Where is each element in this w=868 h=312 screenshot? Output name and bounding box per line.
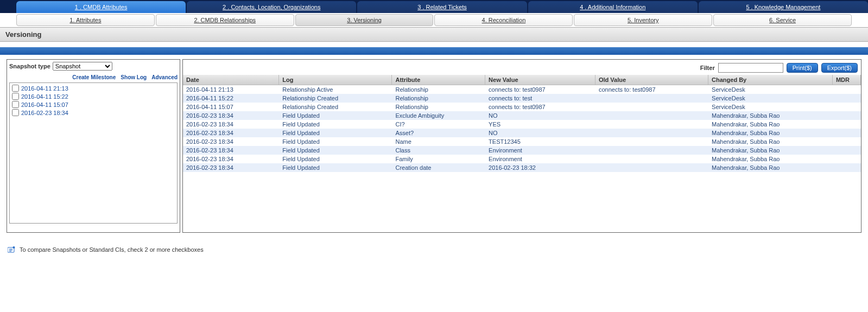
snapshot-checkbox[interactable] [12, 101, 19, 108]
cell-changed_by: Mahendrakar, Subba Rao [708, 146, 833, 155]
snapshot-panel: Snapshot type Snapshot Create Milestone … [7, 59, 180, 233]
snapshot-item-label: 2016-04-11 21:13 [21, 85, 68, 92]
log-table-header: Date Log Attribute New Value Old Value C… [183, 75, 861, 85]
cell-date: 2016-04-11 15:07 [183, 103, 279, 111]
cell-new_value: TEST12345 [485, 137, 595, 146]
cell-new_value: NO [485, 111, 595, 120]
col-header-mdr[interactable]: MDR [832, 75, 860, 85]
col-header-old-value[interactable]: Old Value [595, 75, 708, 85]
col-header-attribute[interactable]: Attribute [392, 75, 485, 85]
export-button[interactable]: Export($) [821, 63, 858, 73]
primary-tab-4[interactable]: 5 . Knowledge Management [699, 1, 868, 13]
col-header-date[interactable]: Date [183, 75, 279, 85]
cell-log: Relationship Active [279, 85, 392, 94]
cell-new_value: 2016-02-23 18:32 [485, 163, 595, 172]
cell-changed_by: ServiceDesk [708, 103, 833, 111]
advanced-link[interactable]: Advanced [151, 74, 178, 80]
section-divider [0, 47, 868, 55]
cell-attribute: Exclude Ambiguity [392, 111, 485, 120]
cell-old_value [595, 137, 708, 146]
cell-log: Relationship Created [279, 94, 392, 103]
cell-date: 2016-02-23 18:34 [183, 129, 279, 137]
snapshot-type-select[interactable]: Snapshot [53, 62, 112, 71]
cell-new_value: connects to: test0987 [485, 103, 595, 111]
primary-tab-1[interactable]: 2 . Contacts, Location, Organizations [187, 1, 356, 13]
cell-mdr [832, 111, 860, 120]
cell-mdr [832, 85, 860, 94]
cell-changed_by: Mahendrakar, Subba Rao [708, 129, 833, 137]
cell-new_value: Environment [485, 146, 595, 155]
hint-row: To compare Snapshots or Standard CIs, ch… [0, 236, 868, 259]
cell-old_value [595, 146, 708, 155]
table-row[interactable]: 2016-02-23 18:34Field UpdatedClassEnviro… [183, 146, 861, 155]
secondary-tabs: 1. Attributes2. CMDB Relationships3. Ver… [0, 13, 868, 28]
cell-old_value [595, 111, 708, 120]
primary-tab-2[interactable]: 3 . Related Tickets [357, 1, 527, 13]
col-header-log[interactable]: Log [279, 75, 392, 85]
secondary-tab-4[interactable]: 5. Inventory [574, 14, 712, 26]
table-row[interactable]: 2016-04-11 21:13Relationship ActiveRelat… [183, 85, 861, 94]
create-milestone-link[interactable]: Create Milestone [72, 74, 116, 80]
cell-attribute: Class [392, 146, 485, 155]
cell-changed_by: Mahendrakar, Subba Rao [708, 163, 833, 172]
log-table: Date Log Attribute New Value Old Value C… [183, 75, 861, 172]
secondary-tab-2[interactable]: 3. Versioning [295, 14, 434, 26]
cell-mdr [832, 129, 860, 137]
cell-attribute: Relationship [392, 85, 485, 94]
filter-label: Filter [700, 65, 715, 71]
table-row[interactable]: 2016-04-11 15:22Relationship CreatedRela… [183, 94, 861, 103]
cell-log: Field Updated [279, 120, 392, 129]
table-row[interactable]: 2016-02-23 18:34Field UpdatedNameTEST123… [183, 137, 861, 146]
cell-mdr [832, 103, 860, 111]
cell-changed_by: ServiceDesk [708, 85, 833, 94]
snapshot-item[interactable]: 2016-02-23 18:34 [11, 109, 176, 117]
primary-tabs: 1 . CMDB Attributes2 . Contacts, Locatio… [0, 1, 868, 13]
primary-tab-3[interactable]: 4 . Additional Information [528, 1, 698, 13]
cell-new_value: connects to: test [485, 94, 595, 103]
cell-attribute: CI? [392, 120, 485, 129]
snapshot-list: 2016-04-11 21:132016-04-11 15:222016-04-… [9, 82, 178, 224]
cell-attribute: Name [392, 137, 485, 146]
primary-tab-0[interactable]: 1 . CMDB Attributes [16, 1, 186, 13]
table-row[interactable]: 2016-02-23 18:34Field UpdatedFamilyEnvir… [183, 155, 861, 163]
snapshot-item[interactable]: 2016-04-11 15:22 [11, 92, 176, 100]
col-header-new-value[interactable]: New Value [485, 75, 595, 85]
cell-old_value [595, 163, 708, 172]
snapshot-checkbox[interactable] [12, 93, 19, 100]
secondary-tab-3[interactable]: 4. Reconciliation [434, 14, 573, 26]
cell-old_value [595, 103, 708, 111]
secondary-tab-1[interactable]: 2. CMDB Relationships [156, 14, 294, 26]
snapshot-item-label: 2016-04-11 15:07 [21, 101, 68, 108]
cell-changed_by: Mahendrakar, Subba Rao [708, 120, 833, 129]
snapshot-checkbox[interactable] [12, 85, 19, 92]
cell-date: 2016-02-23 18:34 [183, 137, 279, 146]
table-row[interactable]: 2016-02-23 18:34Field UpdatedCI?YESMahen… [183, 120, 861, 129]
secondary-tab-5[interactable]: 6. Service [713, 14, 852, 26]
snapshot-checkbox[interactable] [12, 109, 19, 116]
print-button[interactable]: Print($) [787, 63, 818, 73]
snapshot-item[interactable]: 2016-04-11 21:13 [11, 84, 176, 92]
page-title: Versioning [0, 28, 868, 42]
cell-log: Field Updated [279, 155, 392, 163]
show-log-link[interactable]: Show Log [121, 74, 147, 80]
cell-mdr [832, 120, 860, 129]
snapshot-item[interactable]: 2016-04-11 15:07 [11, 100, 176, 109]
svg-point-1 [13, 246, 15, 249]
cell-log: Field Updated [279, 163, 392, 172]
cell-attribute: Relationship [392, 94, 485, 103]
cell-old_value [595, 155, 708, 163]
filter-input[interactable] [718, 63, 783, 73]
snapshot-type-row: Snapshot type Snapshot [9, 62, 178, 71]
col-header-changed-by[interactable]: Changed By [708, 75, 833, 85]
snapshot-item-label: 2016-02-23 18:34 [21, 110, 68, 116]
cell-date: 2016-02-23 18:34 [183, 120, 279, 129]
secondary-tab-0[interactable]: 1. Attributes [16, 14, 155, 26]
cell-mdr [832, 137, 860, 146]
table-row[interactable]: 2016-02-23 18:34Field UpdatedExclude Amb… [183, 111, 861, 120]
table-row[interactable]: 2016-02-23 18:34Field UpdatedAsset?NOMah… [183, 129, 861, 137]
cell-old_value [595, 94, 708, 103]
table-row[interactable]: 2016-02-23 18:34Field UpdatedCreation da… [183, 163, 861, 172]
table-row[interactable]: 2016-04-11 15:07Relationship CreatedRela… [183, 103, 861, 111]
cell-changed_by: ServiceDesk [708, 94, 833, 103]
cell-log: Field Updated [279, 137, 392, 146]
